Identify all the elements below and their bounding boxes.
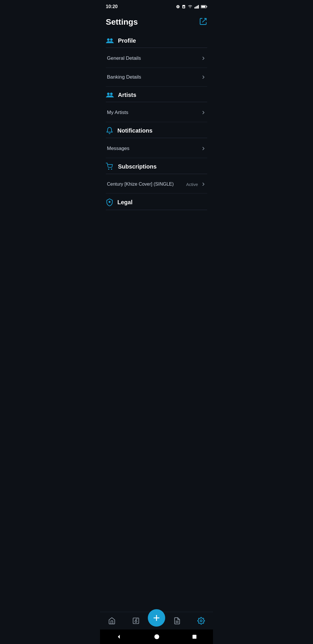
- svg-marker-26: [118, 635, 120, 638]
- portrait-icon: P: [176, 5, 180, 9]
- settings-icon: [197, 617, 205, 625]
- battery-icon: [201, 5, 207, 8]
- general-details-item[interactable]: General Details: [106, 49, 207, 68]
- section-title-artists: Artists: [118, 92, 136, 98]
- plus-icon: [152, 614, 161, 622]
- svg-rect-3: [183, 6, 185, 8]
- export-button[interactable]: [199, 17, 207, 27]
- chevron-right-icon: [201, 56, 206, 61]
- status-bar: 10:20 P: [100, 0, 213, 13]
- svg-rect-9: [206, 6, 207, 8]
- page-title: Settings: [106, 17, 138, 27]
- system-navigation: [100, 629, 213, 644]
- section-title-legal: Legal: [117, 199, 132, 206]
- home-button[interactable]: [154, 634, 160, 640]
- status-icons: P: [176, 5, 207, 9]
- section-header-legal: Legal: [106, 193, 207, 210]
- music-icon: [132, 617, 140, 625]
- chevron-right-icon: [201, 110, 206, 115]
- section-header-profile: Profile: [106, 32, 207, 48]
- back-button[interactable]: [116, 634, 122, 640]
- svg-point-16: [108, 169, 109, 170]
- nav-releases[interactable]: [165, 617, 189, 625]
- nav-settings[interactable]: [189, 617, 213, 625]
- svg-point-12: [107, 38, 110, 41]
- nav-add-button[interactable]: [148, 609, 165, 627]
- chevron-right-icon: [201, 146, 206, 151]
- nav-music[interactable]: [124, 617, 148, 625]
- my-artists-label: My Artists: [107, 110, 128, 115]
- svg-point-17: [111, 169, 112, 170]
- svg-rect-7: [198, 5, 199, 8]
- svg-rect-6: [197, 6, 198, 9]
- wifi-icon: [188, 5, 193, 9]
- section-header-artists: Artists: [106, 87, 207, 102]
- section-title-notifications: Notifications: [117, 127, 152, 134]
- people-icon-artists: [106, 91, 114, 98]
- back-icon: [116, 634, 122, 640]
- banking-details-item[interactable]: Banking Details: [106, 68, 207, 87]
- subscription-century-item[interactable]: Century [Khize Cover] (SINGLE) Active: [106, 175, 207, 193]
- shield-icon: [106, 198, 113, 206]
- svg-point-15: [110, 93, 113, 95]
- chevron-right-icon: [201, 182, 206, 187]
- signal-icon: [194, 5, 199, 9]
- header: Settings: [100, 13, 213, 32]
- messages-item[interactable]: Messages: [106, 139, 207, 158]
- svg-text:P: P: [177, 6, 179, 8]
- active-badge: Active: [186, 182, 198, 187]
- subscription-item-right: Active: [186, 182, 206, 187]
- svg-rect-4: [194, 7, 195, 9]
- chevron-right-icon: [201, 75, 206, 80]
- svg-point-25: [200, 620, 202, 622]
- bell-icon: [106, 127, 113, 134]
- sim-icon: [182, 5, 186, 9]
- document-icon: [173, 617, 181, 625]
- messages-label: Messages: [107, 146, 129, 151]
- general-details-label: General Details: [107, 55, 141, 61]
- status-time: 10:20: [106, 4, 118, 9]
- svg-rect-28: [192, 635, 196, 639]
- settings-content: Profile General Details Banking Details …: [100, 32, 213, 210]
- cart-icon: [106, 163, 114, 170]
- section-header-subscriptions: Subscriptions: [106, 158, 207, 174]
- svg-point-27: [154, 634, 159, 639]
- square-icon: [192, 634, 197, 639]
- recent-button[interactable]: [192, 634, 197, 639]
- svg-line-11: [203, 19, 206, 22]
- nav-home[interactable]: [100, 617, 124, 625]
- subscription-name: Century [Khize Cover] (SINGLE): [107, 182, 174, 187]
- svg-point-14: [107, 93, 110, 95]
- section-title-subscriptions: Subscriptions: [118, 163, 156, 170]
- svg-rect-5: [196, 6, 196, 8]
- bottom-navigation: [100, 612, 213, 629]
- section-title-profile: Profile: [118, 37, 136, 44]
- banking-details-label: Banking Details: [107, 74, 141, 80]
- svg-point-18: [109, 201, 110, 203]
- people-icon-profile: [106, 37, 114, 44]
- export-icon: [199, 17, 207, 26]
- svg-rect-10: [201, 6, 205, 8]
- circle-icon: [154, 634, 160, 640]
- my-artists-item[interactable]: My Artists: [106, 103, 207, 122]
- svg-point-13: [110, 38, 113, 41]
- section-header-notifications: Notifications: [106, 122, 207, 138]
- home-icon: [108, 617, 116, 625]
